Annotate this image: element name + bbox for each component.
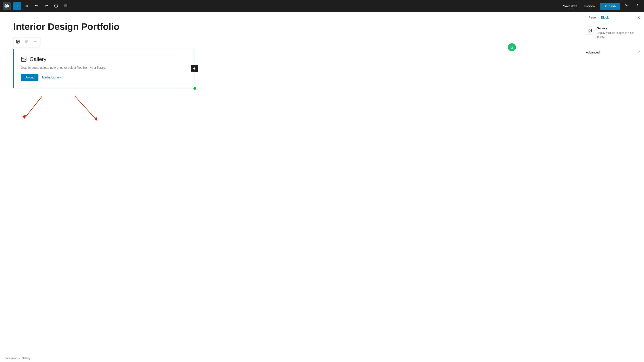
svg-point-17 <box>35 42 36 42</box>
save-draft-button[interactable]: Save draft <box>561 3 580 9</box>
align-button[interactable] <box>22 38 31 47</box>
list-view-button[interactable] <box>62 2 70 10</box>
add-block-side-button[interactable] <box>191 65 198 72</box>
sidebar: Page Block ✕ Gallery Display multiple im… <box>582 12 644 354</box>
block-more-button[interactable] <box>31 38 40 47</box>
redo-icon <box>44 4 48 9</box>
gallery-block-header: Gallery <box>21 56 187 62</box>
advanced-header[interactable]: Advanced <box>582 47 644 58</box>
block-info-title: Gallery <box>596 27 640 30</box>
ellipsis-vertical-icon <box>636 4 639 9</box>
settings-button[interactable] <box>623 2 631 10</box>
grammarly-badge: G <box>508 43 516 51</box>
editor-area: Interior Design Portfolio G <box>0 12 582 354</box>
breadcrumb-separator: → <box>18 357 20 360</box>
list-view-icon <box>64 4 68 9</box>
svg-point-28 <box>589 30 590 30</box>
upload-button[interactable]: Upload <box>21 74 38 81</box>
undo-icon <box>35 4 39 9</box>
redo-button[interactable] <box>42 2 50 10</box>
svg-point-20 <box>22 58 24 59</box>
svg-point-16 <box>34 42 35 42</box>
advanced-title: Advanced <box>586 51 600 54</box>
svg-marker-24 <box>22 115 26 118</box>
sidebar-close-button[interactable]: ✕ <box>637 15 640 20</box>
ellipsis-icon <box>34 40 38 45</box>
more-options-button[interactable] <box>634 2 641 10</box>
block-info: Gallery Display multiple images in a ric… <box>586 27 640 39</box>
edit-mode-button[interactable]: ✏ <box>23 2 31 10</box>
preview-button[interactable]: Preview <box>582 3 598 9</box>
gallery-buttons: Upload Media Library <box>21 74 187 81</box>
chevron-down-icon <box>637 50 640 54</box>
block-info-icon <box>586 27 594 35</box>
breadcrumb-current[interactable]: Gallery <box>22 357 30 360</box>
info-icon <box>54 4 58 9</box>
svg-point-10 <box>637 7 638 7</box>
svg-point-9 <box>637 5 638 6</box>
gallery-type-button[interactable] <box>14 38 22 47</box>
toolbar-right: Save draft Preview Publish <box>561 2 641 10</box>
block-toolbar <box>13 38 40 47</box>
status-dot <box>194 87 196 90</box>
media-library-button[interactable]: Media Library <box>41 74 62 81</box>
svg-point-18 <box>36 42 37 42</box>
svg-line-23 <box>24 96 42 118</box>
advanced-section: Advanced <box>582 47 644 58</box>
sidebar-content: Gallery Display multiple images in a ric… <box>582 23 644 47</box>
tab-page[interactable]: Page <box>586 13 598 22</box>
svg-marker-26 <box>94 117 97 121</box>
svg-line-25 <box>75 96 97 121</box>
publish-button[interactable]: Publish <box>600 3 620 10</box>
breadcrumb: Document → Gallery <box>0 354 644 362</box>
wp-logo <box>3 2 10 10</box>
gear-icon <box>625 4 629 9</box>
gallery-block: Gallery Drag images, upload new ones or … <box>13 49 194 88</box>
tab-block[interactable]: Block <box>598 13 611 22</box>
image-icon <box>16 40 20 45</box>
svg-point-8 <box>637 4 638 5</box>
gallery-block-icon <box>21 56 27 62</box>
close-icon: ✕ <box>637 15 640 20</box>
gallery-block-title: Gallery <box>30 56 46 62</box>
breadcrumb-document[interactable]: Document <box>4 357 16 360</box>
svg-point-12 <box>17 41 18 42</box>
block-info-description: Display multiple images in a rich galler… <box>596 31 640 39</box>
top-toolbar: + ✏ <box>0 0 644 12</box>
svg-point-0 <box>5 4 8 8</box>
info-button[interactable] <box>52 2 60 10</box>
sidebar-tabs: Page Block ✕ <box>582 12 644 23</box>
gallery-block-description: Drag images, upload new ones or select f… <box>21 66 187 69</box>
main-layout: Interior Design Portfolio G <box>0 12 644 354</box>
undo-button[interactable] <box>33 2 41 10</box>
align-icon <box>25 40 29 45</box>
plus-icon: + <box>16 4 18 9</box>
page-title[interactable]: Interior Design Portfolio <box>13 21 569 32</box>
svg-point-7 <box>626 5 628 6</box>
block-info-text: Gallery Display multiple images in a ric… <box>596 27 640 39</box>
edit-icon: ✏ <box>26 4 29 9</box>
add-block-button[interactable]: + <box>13 2 21 10</box>
